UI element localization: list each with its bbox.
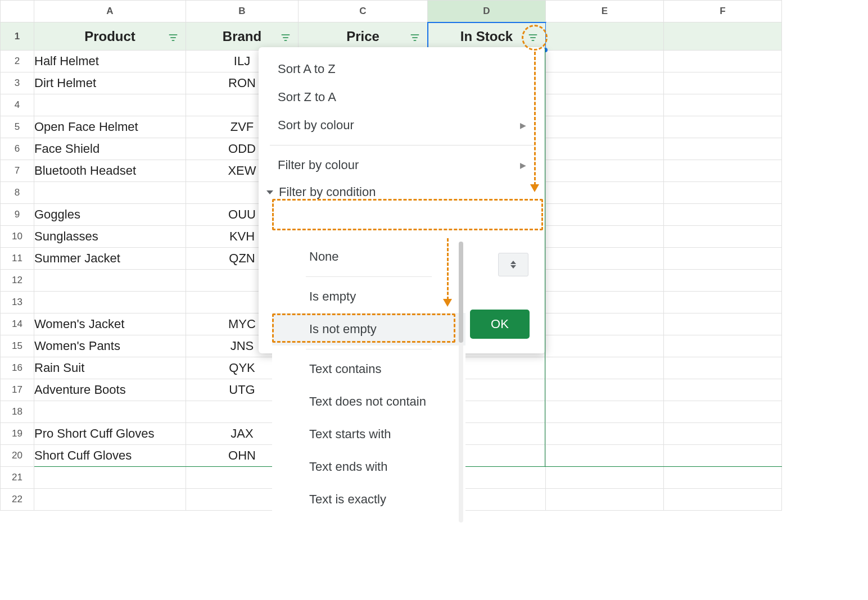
cell-F14[interactable] — [664, 313, 782, 335]
menu-sort-az[interactable]: Sort A to Z — [259, 55, 545, 83]
cell-A6[interactable]: Face Shield — [34, 138, 186, 160]
condition-is-empty[interactable]: Is empty — [272, 280, 465, 313]
condition-text-exactly[interactable]: Text is exactly — [272, 483, 465, 516]
cell-C1[interactable]: Price — [299, 22, 428, 51]
row-header-16[interactable]: 16 — [1, 357, 34, 379]
condition-none[interactable]: None — [272, 240, 465, 273]
row-header-5[interactable]: 5 — [1, 116, 34, 138]
filter-icon[interactable] — [168, 31, 179, 42]
row-header-22[interactable]: 22 — [1, 489, 34, 511]
cell-E20[interactable] — [546, 445, 664, 467]
select-all-corner[interactable] — [1, 1, 34, 22]
cell-A22[interactable] — [34, 489, 186, 511]
condition-text-not-contain[interactable]: Text does not contain — [272, 385, 465, 418]
cell-E9[interactable] — [546, 204, 664, 226]
cell-A3[interactable]: Dirt Helmet — [34, 72, 186, 94]
cell-A1[interactable]: Product — [34, 22, 186, 51]
cell-D1[interactable]: In Stock — [428, 22, 546, 51]
cell-A2[interactable]: Half Helmet — [34, 51, 186, 72]
cell-F1[interactable] — [664, 22, 782, 51]
menu-filter-colour[interactable]: Filter by colour▶ — [259, 151, 545, 179]
row-header-1[interactable]: 1 — [1, 22, 34, 51]
cell-E21[interactable] — [546, 467, 664, 489]
cell-E17[interactable] — [546, 379, 664, 401]
condition-text-contains[interactable]: Text contains — [272, 353, 465, 385]
cell-E12[interactable] — [546, 270, 664, 292]
cell-E4[interactable] — [546, 94, 664, 116]
cell-E19[interactable] — [546, 423, 664, 445]
cell-F17[interactable] — [664, 379, 782, 401]
cell-E11[interactable] — [546, 248, 664, 270]
row-header-6[interactable]: 6 — [1, 138, 34, 160]
condition-is-not-empty[interactable]: Is not empty — [272, 313, 465, 346]
cell-F20[interactable] — [664, 445, 782, 467]
cell-F11[interactable] — [664, 248, 782, 270]
cell-A8[interactable] — [34, 182, 186, 204]
cell-A9[interactable]: Goggles — [34, 204, 186, 226]
cell-E18[interactable] — [546, 401, 664, 423]
row-header-15[interactable]: 15 — [1, 335, 34, 357]
cell-F15[interactable] — [664, 335, 782, 357]
cell-F18[interactable] — [664, 401, 782, 423]
col-header-D[interactable]: D — [428, 1, 546, 22]
row-header-7[interactable]: 7 — [1, 160, 34, 182]
cell-E13[interactable] — [546, 292, 664, 313]
cell-A17[interactable]: Adventure Boots — [34, 379, 186, 401]
col-header-E[interactable]: E — [546, 1, 664, 22]
cell-F3[interactable] — [664, 72, 782, 94]
cell-B1[interactable]: Brand — [186, 22, 299, 51]
cell-F4[interactable] — [664, 94, 782, 116]
cell-A20[interactable]: Short Cuff Gloves — [34, 445, 186, 467]
cell-E16[interactable] — [546, 357, 664, 379]
cell-F22[interactable] — [664, 489, 782, 511]
cell-A7[interactable]: Bluetooth Headset — [34, 160, 186, 182]
cell-F21[interactable] — [664, 467, 782, 489]
condition-select-box[interactable] — [498, 253, 528, 276]
row-header-12[interactable]: 12 — [1, 270, 34, 292]
filter-icon[interactable] — [527, 31, 539, 42]
cell-A4[interactable] — [34, 94, 186, 116]
cell-E3[interactable] — [546, 72, 664, 94]
menu-sort-za[interactable]: Sort Z to A — [259, 83, 545, 111]
row-header-20[interactable]: 20 — [1, 445, 34, 467]
ok-button[interactable]: OK — [470, 310, 530, 339]
cell-F10[interactable] — [664, 226, 782, 248]
filter-icon[interactable] — [280, 31, 291, 42]
cell-A16[interactable]: Rain Suit — [34, 357, 186, 379]
condition-text-ends[interactable]: Text ends with — [272, 451, 465, 483]
cell-A19[interactable]: Pro Short Cuff Gloves — [34, 423, 186, 445]
cell-A21[interactable] — [34, 467, 186, 489]
row-header-2[interactable]: 2 — [1, 51, 34, 72]
row-header-11[interactable]: 11 — [1, 248, 34, 270]
cell-F6[interactable] — [664, 138, 782, 160]
row-header-3[interactable]: 3 — [1, 72, 34, 94]
row-header-4[interactable]: 4 — [1, 94, 34, 116]
cell-F12[interactable] — [664, 270, 782, 292]
cell-A12[interactable] — [34, 270, 186, 292]
cell-F5[interactable] — [664, 116, 782, 138]
cell-A11[interactable]: Summer Jacket — [34, 248, 186, 270]
row-header-21[interactable]: 21 — [1, 467, 34, 489]
cell-E5[interactable] — [546, 116, 664, 138]
scrollbar-thumb[interactable] — [459, 242, 463, 343]
filter-icon[interactable] — [409, 31, 421, 42]
cell-A10[interactable]: Sunglasses — [34, 226, 186, 248]
row-header-10[interactable]: 10 — [1, 226, 34, 248]
cell-A18[interactable] — [34, 401, 186, 423]
row-header-19[interactable]: 19 — [1, 423, 34, 445]
cell-F2[interactable] — [664, 51, 782, 72]
cell-A13[interactable] — [34, 292, 186, 313]
cell-E15[interactable] — [546, 335, 664, 357]
cell-A5[interactable]: Open Face Helmet — [34, 116, 186, 138]
row-header-14[interactable]: 14 — [1, 313, 34, 335]
cell-E2[interactable] — [546, 51, 664, 72]
cell-F9[interactable] — [664, 204, 782, 226]
cell-E1[interactable] — [546, 22, 664, 51]
scrollbar[interactable] — [459, 242, 463, 522]
condition-text-starts[interactable]: Text starts with — [272, 418, 465, 451]
row-header-9[interactable]: 9 — [1, 204, 34, 226]
row-header-17[interactable]: 17 — [1, 379, 34, 401]
row-header-8[interactable]: 8 — [1, 182, 34, 204]
menu-filter-condition[interactable]: Filter by condition — [259, 179, 545, 205]
cell-F8[interactable] — [664, 182, 782, 204]
